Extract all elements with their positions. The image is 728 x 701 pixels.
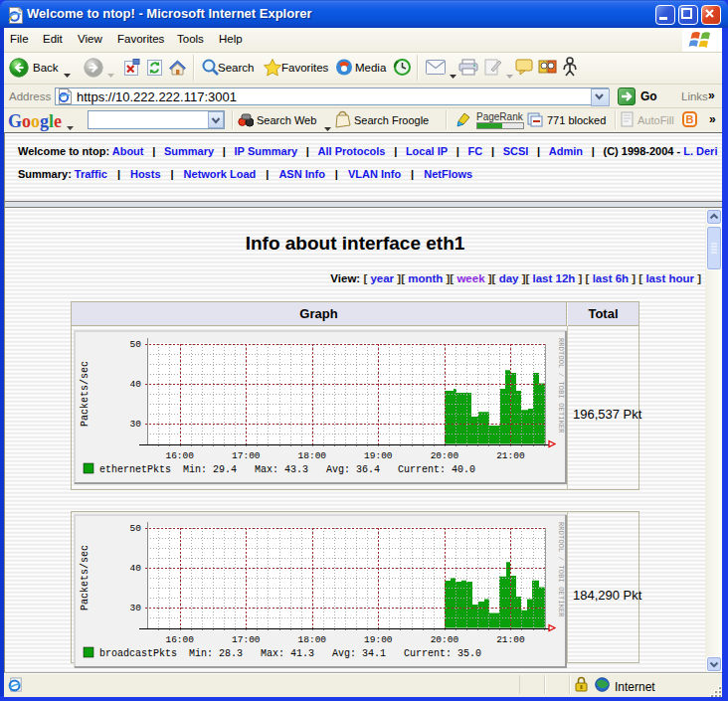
svg-text:50: 50 [130,523,142,534]
svg-text:20:00: 20:00 [431,634,459,645]
svg-text:16:00: 16:00 [165,634,194,645]
svg-text:30: 30 [130,419,142,430]
svg-text:broadcastPkts Min: 28.3 Max: broadcastPkts Min: 28.3 Max: 41.3 Avg: 3… [99,648,481,659]
svg-text:19:00: 19:00 [364,450,393,461]
svg-text:40: 40 [130,563,142,574]
svg-text:19:00: 19:00 [364,634,393,645]
svg-text:Packets/sec: Packets/sec [80,545,91,611]
svg-text:B: B [686,113,694,125]
svg-text:ethernetPkts Min: 29.4 Max:: ethernetPkts Min: 29.4 Max: 43.3 Avg: 36… [99,464,475,475]
svg-text:20:00: 20:00 [431,450,459,461]
svg-text:21:00: 21:00 [496,634,525,645]
svg-text:17:00: 17:00 [232,450,261,461]
svg-text:RRDTOOL / TOBI OETIKER: RRDTOOL / TOBI OETIKER [557,338,565,434]
svg-text:30: 30 [130,603,142,613]
svg-text:18:00: 18:00 [298,450,327,461]
svg-text:18:00: 18:00 [298,634,327,645]
svg-text:50: 50 [130,339,142,350]
svg-text:40: 40 [130,379,142,390]
svg-text:21:00: 21:00 [496,450,525,461]
svg-text:Packets/sec: Packets/sec [80,361,91,427]
svg-text:RRDTOOL / TOBI OETIKER: RRDTOOL / TOBI OETIKER [557,522,565,617]
svg-text:17:00: 17:00 [232,634,261,645]
svg-text:16:00: 16:00 [165,450,194,461]
